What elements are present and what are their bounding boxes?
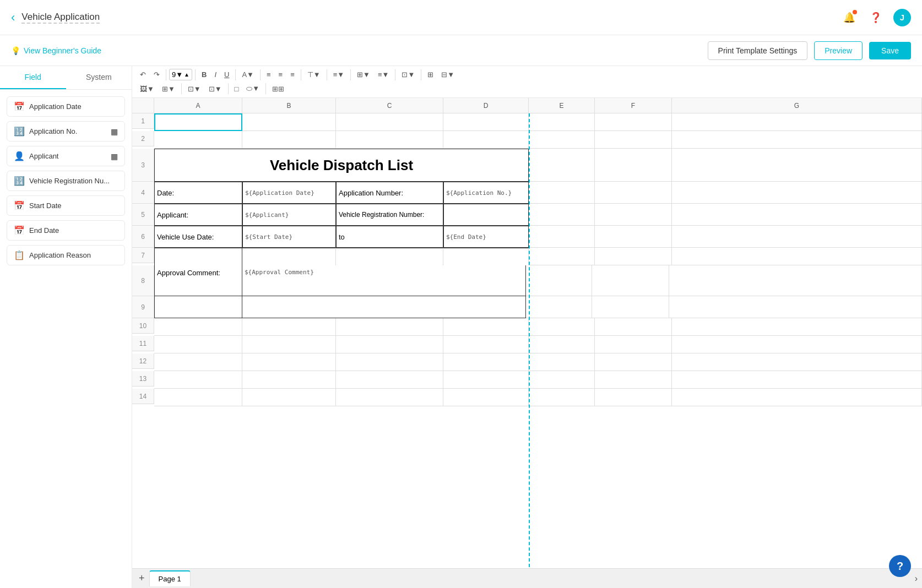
cell-c10[interactable] <box>336 318 443 336</box>
cell-f8[interactable] <box>592 265 669 296</box>
cell-e9[interactable] <box>526 296 592 318</box>
cell-d14[interactable] <box>443 389 529 406</box>
cell-b10[interactable] <box>242 318 336 336</box>
cell-a1[interactable] <box>154 113 242 131</box>
back-button[interactable]: ‹ <box>11 10 15 25</box>
cell-c11[interactable] <box>336 336 443 353</box>
cell-d1[interactable] <box>443 113 529 131</box>
add-sheet-button[interactable]: + <box>137 570 147 586</box>
cell-c14[interactable] <box>336 389 443 406</box>
cell-g12[interactable] <box>672 353 922 371</box>
cell-a6-label[interactable]: Vehicle Use Date: <box>154 226 242 248</box>
field-item-application-reason[interactable]: 📋 Application Reason <box>7 245 125 265</box>
border-button[interactable]: ⊞▼ <box>354 68 373 81</box>
font-color-button[interactable]: A▼ <box>238 68 257 81</box>
cell-c13[interactable] <box>336 371 443 389</box>
cell-dispatch-title[interactable]: Vehicle Dispatch List <box>154 149 529 182</box>
cell-b8-value[interactable]: ${Approval Comment} <box>242 265 526 296</box>
cell-a2[interactable] <box>154 131 242 149</box>
cell-e12[interactable] <box>529 353 595 371</box>
align-center-button[interactable]: ≡ <box>275 68 286 81</box>
cell-e13[interactable] <box>529 371 595 389</box>
undo-button[interactable]: ↶ <box>137 68 149 81</box>
save-button[interactable]: Save <box>869 42 911 59</box>
cell-a8-label[interactable]: Approval Comment: <box>154 265 242 296</box>
field-item-vehicle-reg[interactable]: 🔢 Vehicle Registration Nu... <box>7 171 125 191</box>
field-item-end-date[interactable]: 📅 End Date <box>7 220 125 241</box>
cell-c5-label[interactable]: Vehicle Registration Number: <box>336 204 443 226</box>
cell-b14[interactable] <box>242 389 336 406</box>
cell-g9[interactable] <box>669 296 922 318</box>
cell-a4-label[interactable]: Date: <box>154 182 242 204</box>
cell-c7[interactable] <box>336 248 443 265</box>
cell-e6[interactable] <box>529 226 595 248</box>
cell-a9[interactable] <box>154 296 242 318</box>
cell-g11[interactable] <box>672 336 922 353</box>
field-item-applicant[interactable]: 👤 Applicant ▦ <box>7 146 125 166</box>
cell-e1[interactable] <box>529 113 595 131</box>
cell-d13[interactable] <box>443 371 529 389</box>
cell-e4[interactable] <box>529 182 595 204</box>
cell-g1[interactable] <box>672 113 922 131</box>
cell-g5[interactable] <box>672 204 922 226</box>
font-size-selector[interactable]: 9 ▼ ▲ <box>169 69 192 80</box>
cell-a11[interactable] <box>154 336 242 353</box>
valign-button[interactable]: ⊤▼ <box>304 68 324 81</box>
cell-d2[interactable] <box>443 131 529 149</box>
cell-g8[interactable] <box>669 265 922 296</box>
cell-a5-label[interactable]: Applicant: <box>154 204 242 226</box>
notification-icon[interactable]: 🔔 <box>840 9 858 26</box>
cell-b5-value[interactable]: ${Applicant} <box>242 204 336 226</box>
cell-f5[interactable] <box>595 204 672 226</box>
cell-a7[interactable] <box>154 248 242 265</box>
field-button[interactable]: ⊡▼ <box>185 83 204 95</box>
cell-f6[interactable] <box>595 226 672 248</box>
cell-e14[interactable] <box>529 389 595 406</box>
cell-f3[interactable] <box>595 149 672 182</box>
spreadsheet[interactable]: A B C D E F G 1 2 <box>132 98 922 568</box>
cell-e3[interactable] <box>529 149 595 182</box>
cell-c12[interactable] <box>336 353 443 371</box>
size-button[interactable]: ⊡▼ <box>205 83 225 95</box>
cell-f10[interactable] <box>595 318 672 336</box>
merge-button[interactable]: ⊡▼ <box>398 68 418 81</box>
cell-e10[interactable] <box>529 318 595 336</box>
cell-b12[interactable] <box>242 353 336 371</box>
align-right-button[interactable]: ≡ <box>287 68 298 81</box>
cell-f14[interactable] <box>595 389 672 406</box>
redo-button[interactable]: ↷ <box>150 68 163 81</box>
field-item-application-date[interactable]: 📅 Application Date <box>7 96 125 117</box>
cell-c2[interactable] <box>336 131 443 149</box>
cell-e11[interactable] <box>529 336 595 353</box>
cell-g2[interactable] <box>672 131 922 149</box>
cell-f13[interactable] <box>595 371 672 389</box>
cell-d5-value[interactable] <box>443 204 529 226</box>
cell-e2[interactable] <box>529 131 595 149</box>
cell-g10[interactable] <box>672 318 922 336</box>
indent-button[interactable]: ≡▼ <box>330 68 348 81</box>
cell-b13[interactable] <box>242 371 336 389</box>
cell-f1[interactable] <box>595 113 672 131</box>
help-icon[interactable]: ❓ <box>867 9 885 26</box>
cell-b6-value[interactable]: ${Start Date} <box>242 226 336 248</box>
cell-b4-value[interactable]: ${Application Date} <box>242 182 336 204</box>
field-item-start-date[interactable]: 📅 Start Date <box>7 195 125 216</box>
cell-g4[interactable] <box>672 182 922 204</box>
cell-c1[interactable] <box>336 113 443 131</box>
cell-g3[interactable] <box>672 149 922 182</box>
cell-d11[interactable] <box>443 336 529 353</box>
cell-g14[interactable] <box>672 389 922 406</box>
table-button[interactable]: ⊞▼ <box>159 83 178 95</box>
user-avatar[interactable]: J <box>893 9 911 26</box>
sheet-nav-right[interactable]: › <box>915 574 918 584</box>
cell-g13[interactable] <box>672 371 922 389</box>
cell-f9[interactable] <box>592 296 669 318</box>
sheet-tab-page1[interactable]: Page 1 <box>149 570 191 586</box>
help-button[interactable]: ? <box>889 555 911 577</box>
cell-b9[interactable] <box>242 296 526 318</box>
print-template-button[interactable]: Print Template Settings <box>708 41 808 60</box>
cell-b1[interactable] <box>242 113 336 131</box>
align-left-button[interactable]: ≡ <box>263 68 274 81</box>
underline-button[interactable]: U <box>221 68 232 81</box>
image-button[interactable]: 🖼▼ <box>137 83 158 95</box>
